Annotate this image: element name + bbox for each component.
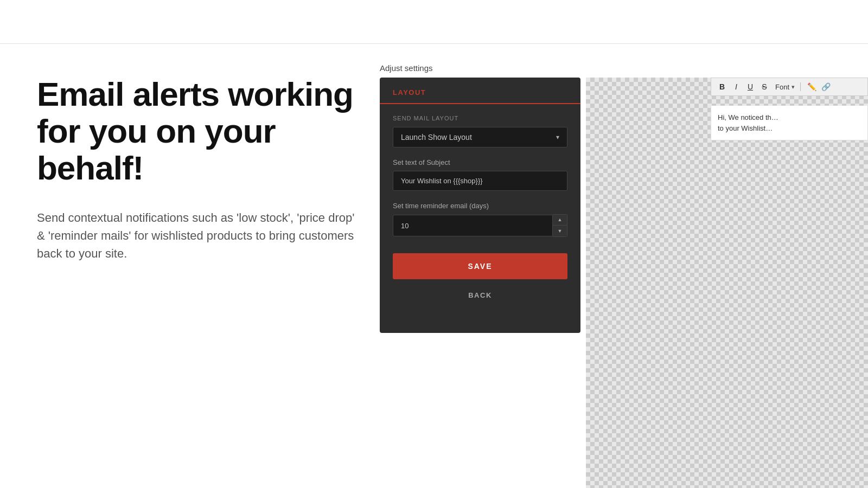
font-label: Font [775,83,789,91]
reminder-input-row: ▲ ▼ [393,214,567,237]
subtext: Send contextual notifications such as 'l… [37,209,357,262]
send-mail-layout-label: SEND MAIL LAYOUT [393,115,567,121]
font-dropdown[interactable]: Font ▾ [775,83,795,91]
settings-panel: LAYOUT SEND MAIL LAYOUT Launch Show Layo… [380,78,580,333]
text-toolbar: B I U S Font ▾ ✏️ 🔗 [711,78,868,96]
layout-tab-label: LAYOUT [393,88,426,103]
stepper-down-button[interactable]: ▼ [553,226,567,236]
reminder-days-input[interactable] [393,215,553,236]
italic-button[interactable]: I [731,82,742,91]
toolbar-divider [800,82,801,91]
panel-body: SEND MAIL LAYOUT Launch Show Layout ▾ Se… [380,104,580,317]
day-stepper: ▲ ▼ [553,214,567,237]
headline: Email alerts working for you on your beh… [37,76,357,187]
underline-button[interactable]: U [745,82,756,91]
reminder-label: Set time reminder email (days) [393,202,567,210]
email-preview-content: Hi, We noticed th…to your Wishlist… [711,106,868,140]
subject-input[interactable] [393,171,567,191]
back-button[interactable]: BACK [393,285,567,306]
layout-dropdown[interactable]: Launch Show Layout ▾ [393,127,567,147]
subject-label: Set text of Subject [393,158,567,166]
right-panel: B I U S Font ▾ ✏️ 🔗 Hi, We noticed th…to… [586,78,868,488]
font-chevron-icon: ▾ [792,84,795,91]
link-icon[interactable]: 🔗 [820,82,831,91]
email-preview-text: Hi, We noticed th…to your Wishlist… [718,113,778,132]
pencil-icon[interactable]: ✏️ [806,82,817,91]
adjust-settings-label: Adjust settings [380,63,433,73]
top-border [0,43,868,44]
left-content: Email alerts working for you on your beh… [37,76,357,262]
stepper-up-button[interactable]: ▲ [553,215,567,226]
strikethrough-button[interactable]: S [759,82,770,91]
layout-tab[interactable]: LAYOUT [380,78,580,104]
save-button[interactable]: SAVE [393,253,567,279]
dropdown-value: Launch Show Layout [401,133,472,142]
chevron-down-icon: ▾ [556,133,559,141]
dropdown-row: Launch Show Layout ▾ [393,127,567,147]
bold-button[interactable]: B [717,82,727,91]
